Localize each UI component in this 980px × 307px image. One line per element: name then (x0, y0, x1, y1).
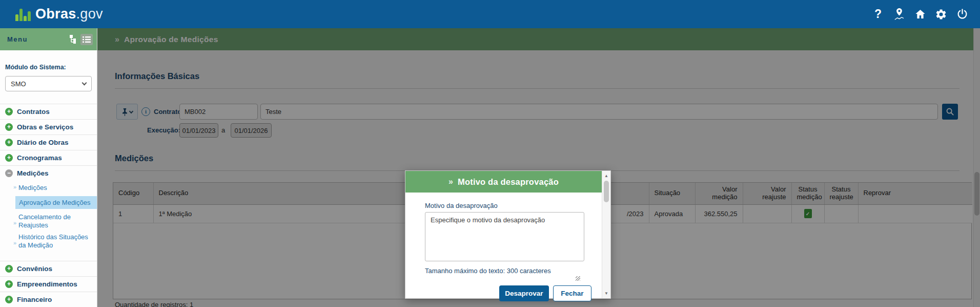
topbar-icons: ? (871, 0, 969, 28)
menu-title: Menu (7, 35, 64, 43)
modal-scrollbar[interactable]: ▲ ▼ (602, 171, 610, 298)
expand-plus-icon: + (5, 265, 13, 273)
chevron-down-icon (82, 80, 87, 85)
sidebar-item-diario-de-obras[interactable]: + Diário de Obras (0, 135, 97, 150)
reason-field-label: Motivo da desaprovação (425, 202, 591, 209)
sidebar-item-convenios[interactable]: + Convênios (0, 261, 97, 276)
module-select[interactable]: SMO (5, 76, 92, 91)
module-label: Módulo do Sistema: (5, 64, 92, 71)
sidebar-item-obras-e-servicos[interactable]: + Obras e Serviços (0, 119, 97, 135)
collapse-minus-icon: − (5, 169, 13, 177)
map-location-icon[interactable] (892, 8, 906, 21)
sidebar-subitem-medicoes[interactable]: » Medições (0, 184, 97, 192)
top-header: Obras.gov ? (0, 0, 980, 28)
module-select-value: SMO (11, 80, 83, 88)
sub-arrow-icon: » (13, 220, 16, 226)
disapproval-modal: » Motivo da desaprovação Motivo da desap… (405, 170, 611, 299)
expand-plus-icon: + (5, 123, 13, 131)
scroll-down-arrow-icon[interactable]: ▼ (602, 291, 610, 296)
sidebar-subitem-historico-das-situacoes[interactable]: » Histórico das Situações da Medição (0, 233, 97, 249)
expand-plus-icon: + (5, 296, 13, 303)
help-icon[interactable]: ? (871, 8, 885, 21)
sidebar-nav: + Contratos + Obras e Serviços + Diário … (0, 104, 97, 307)
app-root: Obras.gov ? Menu (0, 0, 980, 307)
sidebar-item-contratos[interactable]: + Contratos (0, 104, 97, 119)
sub-arrow-icon: » (13, 240, 16, 246)
close-button[interactable]: Fechar (553, 285, 591, 301)
sidebar-subitem-cancelamento-de-reajustes[interactable]: » Cancelamento de Reajustes (0, 213, 97, 229)
tree-view-icon[interactable] (66, 34, 78, 45)
sidebar-subitem-aprovacao-de-medicoes[interactable]: » Aprovação de Medições (15, 196, 97, 209)
sidebar-menu-header: Menu (0, 28, 97, 50)
module-selector-group: Módulo do Sistema: SMO (0, 50, 97, 91)
expand-plus-icon: + (5, 139, 13, 146)
bar-chart-logo-icon (15, 8, 31, 21)
sidebar: Menu Módulo do Sistema: SMO + Contratos … (0, 28, 97, 307)
modal-title-arrow-icon: » (448, 177, 453, 186)
modal-title: Motivo da desaprovação (458, 177, 559, 187)
modal-scrollbar-thumb[interactable] (604, 181, 609, 202)
sidebar-item-cronogramas[interactable]: + Cronogramas (0, 150, 97, 165)
reason-textarea[interactable] (425, 212, 584, 261)
app-logo: Obras.gov (15, 7, 103, 21)
expand-plus-icon: + (5, 108, 13, 116)
sidebar-item-financeiro[interactable]: + Financeiro (0, 292, 97, 307)
main-content: » Aprovação de Medições Informações Bási… (97, 28, 980, 307)
expand-plus-icon: + (5, 280, 13, 288)
medicoes-submenu: » Medições » Aprovação de Medições » Can… (0, 181, 97, 261)
sub-arrow-icon: » (13, 184, 16, 190)
modal-body: Motivo da desaprovação Tamanho máximo do… (405, 193, 602, 301)
home-icon[interactable] (913, 8, 927, 21)
power-icon[interactable] (955, 8, 969, 21)
expand-plus-icon: + (5, 154, 13, 162)
max-length-hint: Tamanho máximo do texto: 300 caracteres (425, 267, 591, 275)
app-logo-text: Obras.gov (35, 7, 103, 21)
settings-icon[interactable] (934, 8, 948, 21)
sidebar-item-empreendimentos[interactable]: + Empreendimentos (0, 276, 97, 292)
modal-header: » Motivo da desaprovação (405, 171, 602, 193)
sidebar-item-medicoes[interactable]: − Medições (0, 165, 97, 181)
modal-buttons: Desaprovar Fechar (425, 285, 591, 301)
disapprove-button[interactable]: Desaprovar (499, 285, 549, 301)
scroll-up-arrow-icon[interactable]: ▲ (602, 174, 610, 178)
list-view-icon[interactable] (80, 34, 93, 45)
